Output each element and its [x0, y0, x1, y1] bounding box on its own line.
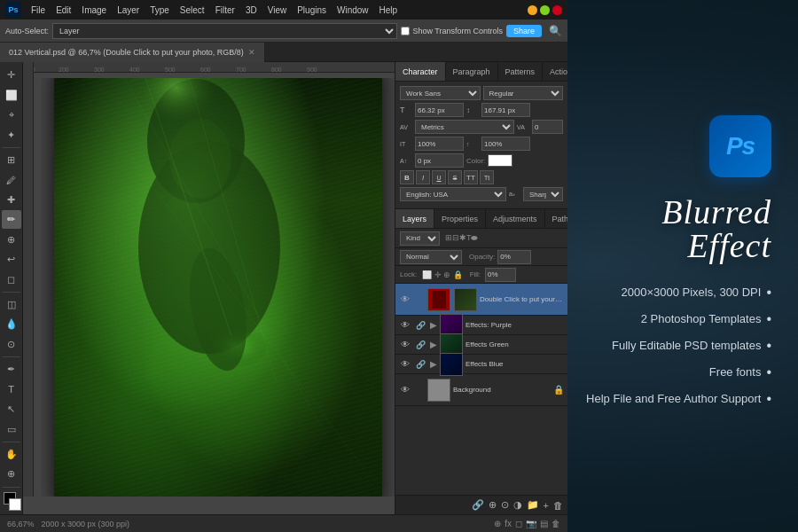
product-side: Ps Blurred Effect 2000×3000 Pixels, 300 …	[567, 0, 798, 532]
path-selection-tool[interactable]: ↖	[2, 400, 21, 419]
strikethrough-button[interactable]: S	[448, 170, 462, 184]
menu-select[interactable]: Select	[176, 4, 209, 17]
document-tab[interactable]: 012 Vertical.psd @ 66,7% (Double Click t…	[0, 43, 265, 62]
layer-effects-button[interactable]: ⊕	[489, 499, 497, 511]
layer-item-background[interactable]: 👁 Background 🔒	[395, 374, 567, 406]
gradient-tool[interactable]: ◫	[2, 295, 21, 314]
menu-edit[interactable]: Edit	[51, 4, 75, 17]
layer-group-green[interactable]: 👁 🔗 ▶ Effects Green	[395, 335, 567, 355]
layer-item-photo[interactable]: 👁 Double Click to put your photo	[395, 284, 567, 316]
smallcaps-button[interactable]: Tt	[480, 170, 494, 184]
transform-controls-checkbox[interactable]	[401, 27, 410, 35]
menu-plugins[interactable]: Plugins	[293, 4, 331, 17]
layer-group-blue[interactable]: 👁 🔗 ▶ Effects Blue	[395, 355, 567, 374]
layer-mask-button[interactable]: ⊙	[501, 499, 509, 511]
tab-character[interactable]: Character	[395, 62, 446, 81]
maximize-button[interactable]	[540, 5, 550, 15]
close-button[interactable]	[552, 5, 562, 15]
menu-layer[interactable]: Layer	[113, 4, 144, 17]
opacity-input[interactable]	[497, 250, 531, 264]
tab-paragraph[interactable]: Paragraph	[446, 62, 498, 81]
menu-view[interactable]: View	[263, 4, 292, 17]
lasso-tool[interactable]: ⌖	[2, 106, 21, 124]
layer-visibility-photo[interactable]: 👁	[399, 293, 411, 306]
layer-visibility-background[interactable]: 👁	[399, 384, 411, 396]
foreground-background-color[interactable]	[2, 492, 21, 511]
menu-help[interactable]: Help	[375, 4, 403, 17]
adjustment-layer-button[interactable]: ◑	[513, 499, 522, 511]
bold-button[interactable]: B	[400, 170, 414, 184]
anti-alias-select[interactable]: Sharp	[523, 187, 563, 201]
menu-3d[interactable]: 3D	[241, 4, 262, 17]
tab-close-button[interactable]: ✕	[248, 48, 255, 57]
fill-input[interactable]	[485, 268, 516, 282]
background-color[interactable]	[9, 498, 21, 511]
vertical-scale-input[interactable]	[481, 137, 530, 151]
rectangular-marquee-tool[interactable]: ⬜	[2, 85, 21, 104]
menu-image[interactable]: Image	[77, 4, 111, 17]
layer-kind-select[interactable]: Kind	[400, 231, 440, 246]
shape-tool[interactable]: ▭	[2, 419, 21, 438]
hand-tool[interactable]: ✋	[2, 445, 21, 464]
product-title-line1: Blurred	[661, 193, 771, 231]
menu-filter[interactable]: Filter	[211, 4, 239, 17]
blur-tool[interactable]: 💧	[2, 315, 21, 333]
delete-layer-button[interactable]: 🗑	[553, 500, 563, 511]
italic-button[interactable]: I	[416, 170, 430, 184]
tab-layers[interactable]: Layers	[395, 209, 434, 228]
auto-select-dropdown[interactable]: Layer	[52, 23, 397, 39]
share-button[interactable]: Share	[506, 25, 542, 37]
crop-tool[interactable]: ⊞	[2, 151, 21, 169]
move-tool[interactable]: ✛	[2, 66, 21, 84]
history-brush-tool[interactable]: ↩	[2, 250, 21, 269]
search-icon[interactable]: 🔍	[549, 25, 562, 37]
dodge-tool[interactable]: ⊙	[2, 335, 21, 354]
layer-thumb-background	[427, 379, 450, 402]
clone-tool[interactable]: ⊕	[2, 230, 21, 248]
layer-visibility-green[interactable]: 👁	[399, 339, 411, 351]
language-select[interactable]: English: USA	[400, 187, 506, 201]
quick-select-tool[interactable]: ✦	[2, 125, 21, 144]
bullet-4: •	[766, 391, 771, 407]
tab-patterns[interactable]: Patterns	[498, 62, 544, 81]
font-size-input[interactable]	[415, 103, 464, 117]
tab-adjustments[interactable]: Adjustments	[486, 209, 545, 228]
font-style-select[interactable]: Regular	[483, 86, 564, 100]
blend-mode-select[interactable]: Normal	[400, 250, 462, 264]
tab-properties[interactable]: Properties	[434, 209, 486, 228]
group-layers-button[interactable]: 📁	[527, 499, 539, 511]
baseline-icon: A↑	[400, 158, 412, 164]
menu-type[interactable]: Type	[145, 4, 174, 17]
svg-text:400: 400	[129, 66, 140, 73]
canvas-photo[interactable]	[41, 78, 395, 497]
minimize-button[interactable]	[528, 5, 537, 15]
link-layers-button[interactable]: 🔗	[472, 499, 484, 511]
healing-tool[interactable]: ✚	[2, 191, 21, 209]
menu-window[interactable]: Window	[332, 4, 373, 17]
pen-tool[interactable]: ✒	[2, 360, 21, 379]
brush-tool[interactable]: ✏	[2, 210, 21, 229]
baseline-shift-input[interactable]	[415, 153, 464, 168]
zoom-tool[interactable]: ⊕	[2, 465, 21, 483]
tab-paths[interactable]: Paths	[545, 209, 567, 228]
layer-group-purple[interactable]: 👁 🔗 ▶ Effects: Purple	[395, 316, 567, 335]
text-tool[interactable]: T	[2, 379, 21, 398]
horizontal-scale-input[interactable]	[415, 137, 464, 151]
opacity-label: Opacity:	[469, 253, 495, 261]
color-swatch[interactable]	[488, 154, 512, 167]
allcaps-button[interactable]: TT	[464, 170, 478, 184]
layer-visibility-purple[interactable]: 👁	[399, 319, 411, 332]
eraser-tool[interactable]: ◻	[2, 270, 21, 288]
dimension-info: 2000 x 3000 px (300 ppi)	[42, 520, 130, 528]
new-layer-button[interactable]: +	[544, 500, 549, 511]
eyedropper-tool[interactable]: 🖉	[2, 170, 21, 189]
menu-file[interactable]: File	[27, 4, 50, 17]
line-height-input[interactable]	[481, 103, 530, 117]
kerning-input[interactable]	[532, 120, 563, 134]
underline-button[interactable]: U	[432, 170, 446, 184]
font-family-select[interactable]: Work Sans	[400, 86, 481, 100]
layer-visibility-blue[interactable]: 👁	[399, 358, 411, 371]
style-buttons-row: B I U S TT Tt	[400, 170, 563, 184]
tab-actions[interactable]: Actions	[543, 62, 567, 81]
tracking-select[interactable]: Metrics	[415, 120, 514, 134]
